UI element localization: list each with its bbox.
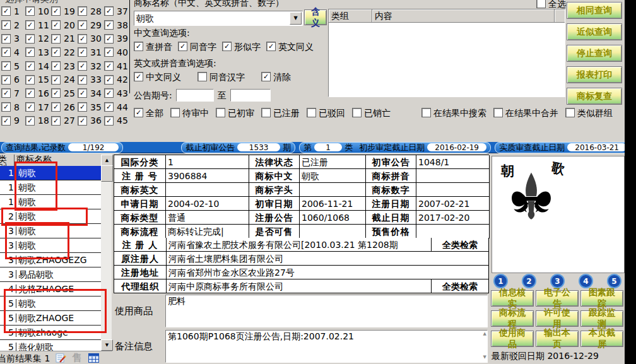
class-checkbox-39[interactable]: ✓ xyxy=(104,34,114,44)
tool-button-9[interactable]: 本页截屏 xyxy=(580,331,623,347)
class-checkbox-item-7[interactable]: ✓7 xyxy=(1,86,25,100)
class-checkbox-25[interactable]: ✓ xyxy=(51,88,61,98)
select-all-box[interactable] xyxy=(536,0,546,8)
class-checkbox-item-5[interactable]: ✓5 xyxy=(1,59,25,73)
class-checkbox-1[interactable]: ✓ xyxy=(1,6,11,16)
status-filter-checkbox[interactable]: ✓ xyxy=(134,108,143,117)
remark-scroll-up-icon[interactable]: ▲ xyxy=(483,332,486,336)
cn-checkbox[interactable]: ✓ xyxy=(134,42,143,51)
action-button-2[interactable]: 近似查询 xyxy=(567,23,622,40)
list-item[interactable]: 1朝歌 xyxy=(0,195,101,209)
status-filter-option[interactable]: 在结果中合并 xyxy=(493,108,558,117)
class-checkbox-9[interactable]: ✓ xyxy=(1,116,11,126)
meaning-button[interactable]: 含义 xyxy=(304,9,327,25)
class-checkbox-item-41[interactable]: ✓41 xyxy=(104,59,130,73)
class-checkbox-item-13[interactable]: ✓13 xyxy=(25,45,51,59)
cn-checkbox[interactable]: ✓ xyxy=(266,42,276,51)
class-checkbox-item-34[interactable]: ✓34 xyxy=(78,86,104,100)
tool-button-7[interactable]: 使用商品 xyxy=(491,331,534,347)
remark-value-box[interactable]: 第1060期P1068页注册公告,日期:2007.02.21 ▲ ▼ xyxy=(165,330,488,363)
class-checkbox-item-43[interactable]: ✓43 xyxy=(104,86,130,100)
class-checkbox-19[interactable]: ✓ xyxy=(51,6,61,16)
tool-button-8[interactable]: 输出本页 xyxy=(536,331,579,347)
class-checkbox-26[interactable]: ✓ xyxy=(51,102,61,112)
class-checkbox-item-2[interactable]: ✓2 xyxy=(1,18,25,32)
class-group-table[interactable]: 类组 内容 xyxy=(328,9,565,97)
class-checkbox-37[interactable]: ✓ xyxy=(104,6,114,16)
class-checkbox-40[interactable]: ✓ xyxy=(104,47,114,57)
class-checkbox-3[interactable]: ✓ xyxy=(1,34,11,44)
class-checkbox-33[interactable]: ✓ xyxy=(78,75,87,85)
class-checkbox-27[interactable]: ✓ xyxy=(51,116,61,126)
class-checkbox-item-17[interactable]: ✓17 xyxy=(25,100,51,114)
class-checkbox-item-39[interactable]: ✓39 xyxy=(104,32,130,45)
class-checkbox-item-18[interactable]: ✓18 xyxy=(25,114,51,128)
scrollbar-thumb[interactable] xyxy=(101,165,113,182)
class-checkbox-item-32[interactable]: ✓32 xyxy=(78,59,104,73)
status-filter-checkbox[interactable] xyxy=(493,108,503,117)
full-class-search-button[interactable]: 全类检索 xyxy=(432,279,489,293)
list-item[interactable]: 5朝歌 xyxy=(0,296,101,311)
class-checkbox-17[interactable]: ✓ xyxy=(25,102,35,112)
status-filter-checkbox[interactable] xyxy=(307,108,316,117)
cn-option[interactable]: ✓查拼音 xyxy=(134,42,172,51)
cn-option[interactable]: ✓同音字 xyxy=(178,42,216,51)
status-filter-option[interactable]: 已销亡 xyxy=(352,108,391,117)
class-checkbox-item-27[interactable]: ✓27 xyxy=(51,114,78,128)
class-checkbox-item-31[interactable]: ✓31 xyxy=(78,45,104,59)
class-checkbox-item-4[interactable]: ✓4 xyxy=(1,45,25,59)
gazette-from-input[interactable] xyxy=(176,89,214,102)
status-filter-option[interactable]: 已初审 xyxy=(216,108,254,117)
status-filter-option[interactable]: 类似群组 xyxy=(565,108,613,117)
status-filter-option[interactable]: 在结果中搜索 xyxy=(421,108,486,117)
status-filter-checkbox[interactable] xyxy=(170,108,180,117)
list-item[interactable]: 1朝歌 xyxy=(0,166,101,180)
class-checkbox-18[interactable]: ✓ xyxy=(25,116,35,126)
class-checkbox-22[interactable]: ✓ xyxy=(51,47,61,57)
class-checkbox-38[interactable]: ✓ xyxy=(104,20,114,30)
tool-button-5[interactable]: 许可使用 xyxy=(536,310,579,327)
status-filter-checkbox[interactable] xyxy=(421,108,431,117)
class-checkbox-43[interactable]: ✓ xyxy=(104,88,114,98)
class-checkbox-4[interactable]: ✓ xyxy=(1,47,11,57)
class-checkbox-11[interactable]: ✓ xyxy=(25,20,35,30)
scroll-up-icon[interactable]: ▲ xyxy=(101,155,113,166)
class-checkbox-15[interactable]: ✓ xyxy=(25,75,35,85)
class-checkbox-item-3[interactable]: ✓3 xyxy=(1,32,25,45)
class-checkbox-item-30[interactable]: ✓30 xyxy=(78,32,104,45)
status-filter-option[interactable]: 待审中 xyxy=(170,108,209,117)
goods-value-box[interactable]: 肥料 xyxy=(165,295,488,327)
full-class-search-button[interactable]: 全类检索 xyxy=(432,238,489,252)
en-option[interactable]: ✓中文同义 xyxy=(134,72,181,81)
class-checkbox-item-21[interactable]: ✓21 xyxy=(51,32,78,45)
remark-scroll-down-icon[interactable]: ▼ xyxy=(483,355,486,360)
tool-button-2[interactable]: 电子公告 xyxy=(536,290,579,307)
class-checkbox-item-9[interactable]: ✓9 xyxy=(1,114,25,128)
class-checkbox-item-19[interactable]: ✓19 xyxy=(51,4,78,18)
class-checkbox-6[interactable]: ✓ xyxy=(1,75,11,85)
class-checkbox-item-10[interactable]: ✓10 xyxy=(25,4,51,18)
class-checkbox-item-8[interactable]: ✓8 xyxy=(1,100,25,114)
class-checkbox-item-1[interactable]: ✓1 xyxy=(1,4,25,18)
class-checkbox-35[interactable]: ✓ xyxy=(78,102,87,112)
status-filter-checkbox[interactable] xyxy=(352,108,362,117)
action-button-4[interactable]: 报表打印 xyxy=(567,66,622,83)
list-item[interactable]: 5朝歌zhaoge xyxy=(0,326,101,340)
status-filter-option[interactable]: 已注册 xyxy=(261,108,300,117)
class-checkbox-item-16[interactable]: ✓16 xyxy=(25,86,51,100)
class-checkbox-21[interactable]: ✓ xyxy=(51,34,61,44)
status-filter-checkbox[interactable] xyxy=(261,108,271,117)
class-checkbox-30[interactable]: ✓ xyxy=(78,34,87,44)
class-checkbox-item-22[interactable]: ✓22 xyxy=(51,45,78,59)
class-checkbox-42[interactable]: ✓ xyxy=(104,75,114,85)
class-checkbox-34[interactable]: ✓ xyxy=(78,88,87,98)
class-checkbox-item-23[interactable]: ✓23 xyxy=(51,59,78,73)
class-checkbox-item-35[interactable]: ✓35 xyxy=(78,100,104,114)
class-checkbox-item-26[interactable]: ✓26 xyxy=(51,100,78,114)
class-checkbox-10[interactable]: ✓ xyxy=(25,6,35,16)
class-checkbox-item-15[interactable]: ✓15 xyxy=(25,73,51,86)
class-checkbox-36[interactable]: ✓ xyxy=(78,116,87,126)
status-filter-checkbox[interactable] xyxy=(565,108,575,117)
action-button-1[interactable]: 相同查询 xyxy=(567,2,622,19)
class-checkbox-item-29[interactable]: ✓29 xyxy=(78,18,104,32)
